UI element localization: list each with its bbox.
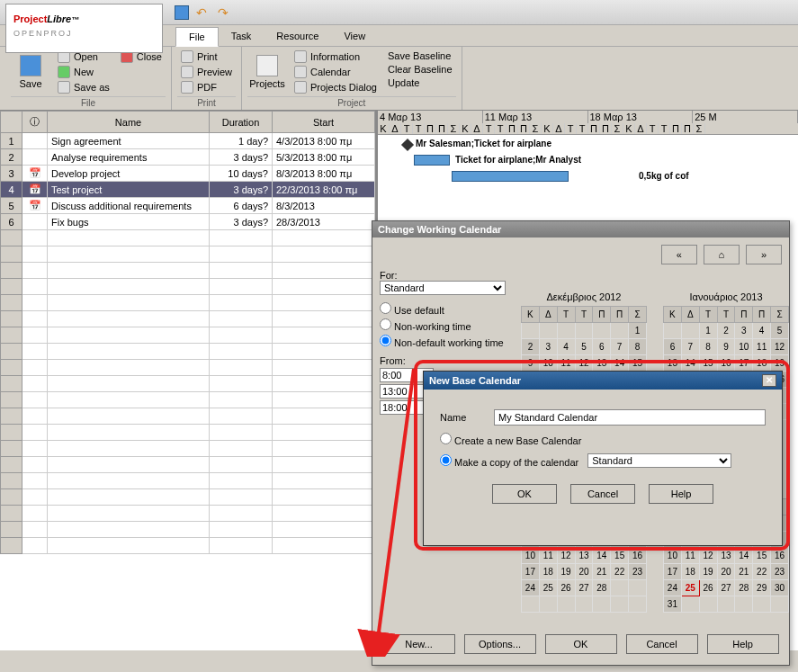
- gantt-bar[interactable]: [414, 155, 450, 166]
- new-icon: [58, 66, 70, 78]
- calendar-icon: [294, 66, 307, 78]
- cal-options-button[interactable]: Options...: [464, 634, 536, 654]
- saveas-button[interactable]: Save as: [54, 80, 113, 94]
- info-icon: [294, 50, 307, 63]
- gantt-bar[interactable]: [452, 171, 569, 182]
- preview-icon: [181, 66, 193, 78]
- update-button[interactable]: Update: [384, 76, 456, 89]
- information-button[interactable]: Information: [291, 49, 381, 64]
- name-label: Name: [440, 412, 485, 423]
- for-select[interactable]: Standard: [380, 281, 506, 295]
- dialog-title: Change Working Calendar: [378, 224, 501, 235]
- table-row[interactable]: 3 📅 Develop project 10 days? 8/3/2013 8:…: [1, 166, 375, 182]
- qat-redo-icon[interactable]: ↷: [218, 5, 232, 20]
- new-help-button[interactable]: Help: [649, 484, 713, 504]
- saveas-icon: [58, 81, 70, 94]
- cal-new-button[interactable]: New...: [383, 634, 455, 654]
- brand-part2: Libre: [47, 13, 71, 24]
- tab-file[interactable]: File: [175, 27, 219, 47]
- save-icon: [20, 55, 41, 76]
- milestone-icon: [401, 139, 414, 151]
- new-base-calendar-dialog: New Base Calendar ✕ Name Create a new Ba…: [423, 371, 783, 546]
- radio-make-copy[interactable]: Make a copy of the calendar: [440, 454, 578, 468]
- pdf-button[interactable]: PDF: [177, 80, 236, 94]
- cal-help-button[interactable]: Help: [707, 634, 779, 654]
- calendar-name-input[interactable]: [494, 409, 766, 426]
- ribbon-file-label: File: [11, 96, 166, 108]
- cal-cancel-button[interactable]: Cancel: [626, 634, 698, 654]
- radio-create-new[interactable]: Create a new Base Calendar: [440, 433, 581, 446]
- copy-of-select[interactable]: Standard: [587, 453, 731, 468]
- print-button[interactable]: Print: [177, 49, 236, 64]
- close-icon[interactable]: ✕: [762, 374, 776, 387]
- new-ok-button[interactable]: OK: [492, 484, 557, 504]
- col-indicator[interactable]: ⓘ: [22, 112, 48, 133]
- qat-save-icon[interactable]: [175, 5, 189, 20]
- table-row[interactable]: 5 📅 Discuss additional requirements 6 da…: [1, 198, 375, 214]
- brand-part1: Project: [13, 13, 47, 24]
- table-row[interactable]: 6 Fix bugs 3 days? 28/3/2013: [1, 214, 375, 230]
- col-start[interactable]: Start: [273, 112, 375, 133]
- calendar-button[interactable]: Calendar: [291, 65, 381, 79]
- save-button[interactable]: Save: [11, 49, 50, 94]
- cal-home-button[interactable]: ⌂: [704, 245, 740, 264]
- projects-dialog-button[interactable]: Projects Dialog: [291, 80, 381, 94]
- cal-next-button[interactable]: »: [746, 245, 782, 264]
- preview-button[interactable]: Preview: [177, 65, 236, 79]
- print-icon: [181, 50, 193, 63]
- table-row[interactable]: 2 Analyse requirements 3 days? 5/3/2013 …: [1, 149, 375, 166]
- app-logo: ProjectLibre™ OPENPROJ: [5, 4, 163, 53]
- dialog-title: New Base Calendar: [429, 375, 521, 386]
- table-row[interactable]: 4 📅 Test project 3 days? 22/3/2013 8:00 …: [1, 182, 375, 198]
- projects-dialog-icon: [294, 81, 307, 94]
- task-grid[interactable]: ⓘ Name Duration Start 1 Sign agreement 1…: [0, 111, 378, 650]
- projects-button[interactable]: Projects: [247, 49, 287, 94]
- clear-baseline-button[interactable]: Clear Baseline: [384, 63, 456, 76]
- ribbon-project-label: Project: [247, 96, 456, 108]
- col-name[interactable]: Name: [48, 112, 210, 133]
- tab-resource[interactable]: Resource: [264, 27, 331, 45]
- tab-task[interactable]: Task: [219, 27, 265, 45]
- ribbon-print-label: Print: [177, 96, 236, 108]
- pdf-icon: [181, 81, 193, 94]
- brand-sub: OPENPROJ: [13, 29, 155, 38]
- cal-ok-button[interactable]: OK: [545, 634, 617, 654]
- new-button[interactable]: New: [54, 65, 113, 79]
- save-baseline-button[interactable]: Save Baseline: [384, 49, 456, 62]
- projects-icon: [256, 55, 278, 76]
- qat-undo-icon[interactable]: ↶: [196, 5, 211, 20]
- tab-view[interactable]: View: [331, 27, 378, 45]
- cal-prev-button[interactable]: «: [661, 245, 697, 264]
- new-cancel-button[interactable]: Cancel: [570, 484, 635, 504]
- for-label: For:: [380, 270, 782, 281]
- col-duration[interactable]: Duration: [210, 112, 273, 133]
- table-row[interactable]: 1 Sign agreement 1 day? 4/3/2013 8:00 πμ: [1, 133, 375, 149]
